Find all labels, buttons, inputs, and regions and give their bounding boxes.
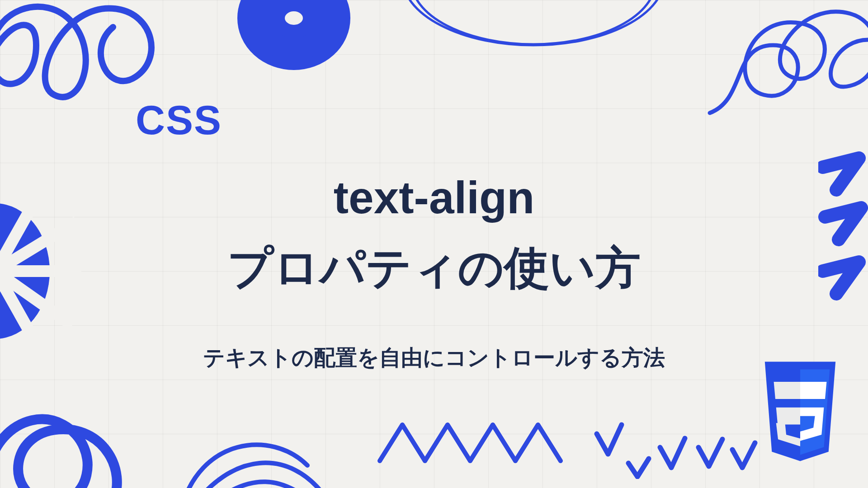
arcs-scribble-icon <box>172 420 344 488</box>
svg-point-3 <box>278 5 310 32</box>
bottom-left-swirl-icon <box>0 375 140 488</box>
edge-chevrons-icon <box>818 149 868 312</box>
tangle-scribble-icon <box>705 0 868 127</box>
oval-scribble-icon <box>393 0 674 63</box>
category-label: CSS <box>136 97 222 144</box>
title-line-1: text-align <box>334 172 534 223</box>
page-subtitle: テキストの配置を自由にコントロールする方法 <box>203 343 665 372</box>
spiral-blob-icon <box>226 0 362 86</box>
zigzag-icon <box>375 416 565 474</box>
title-line-2: プロパティの使い方 <box>227 242 641 293</box>
page-title: text-align プロパティの使い方 <box>227 163 641 303</box>
check-marks-icon <box>592 416 764 479</box>
slide-content: CSS text-align プロパティの使い方 テキストの配置を自由にコントロ… <box>0 0 868 488</box>
blob-burst-icon <box>0 194 95 348</box>
svg-point-5 <box>411 0 656 44</box>
css3-logo-icon <box>750 361 850 474</box>
